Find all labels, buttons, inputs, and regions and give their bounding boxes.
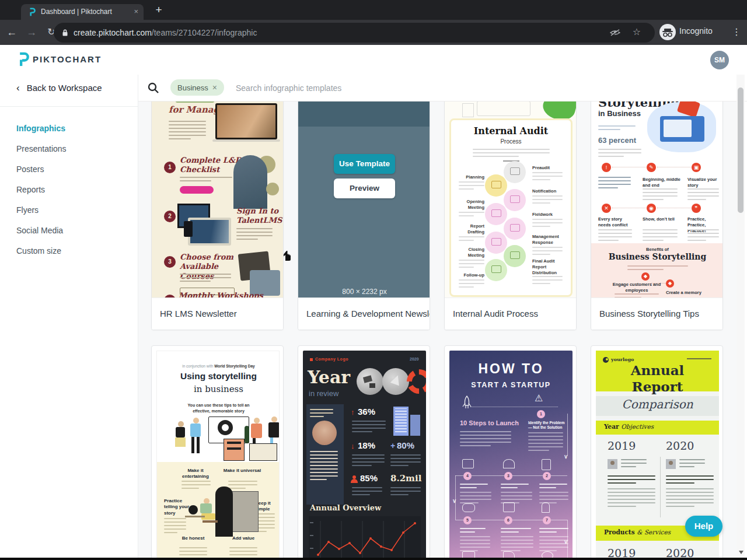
- chevron-down-icon: ∨: [564, 538, 568, 545]
- preview-button[interactable]: Preview: [334, 178, 395, 198]
- plus-icon: +: [390, 441, 395, 450]
- process-label: Follow-up: [453, 272, 484, 278]
- sidebar-item-infographics[interactable]: Infographics: [16, 124, 65, 133]
- thumb-kicker: in conjunction with World Storytelling D…: [157, 364, 280, 368]
- text-lines: [687, 229, 719, 243]
- sidebar-item-reports[interactable]: Reports: [16, 185, 45, 194]
- step-circle: 2: [543, 472, 551, 480]
- building-icon: [410, 415, 420, 436]
- template-card-hr-lms[interactable]: for Managers 1 Complete L&D Checklist 2: [151, 102, 284, 330]
- text-lines: [180, 274, 231, 284]
- piktochart-favicon: [28, 8, 36, 19]
- new-tab-button[interactable]: +: [151, 2, 167, 18]
- sidebar-item-presentations[interactable]: Presentations: [16, 144, 67, 153]
- user-avatar[interactable]: SM: [710, 51, 729, 69]
- dotted-connector: [470, 407, 558, 407]
- back-to-workspace-link[interactable]: ‹Back to Workspace: [16, 82, 102, 94]
- lock-icon: [61, 29, 69, 39]
- template-card-year-in-review[interactable]: Company Logo 2020 Year in review ↑ 36% ↓: [298, 345, 430, 558]
- browser-toolbar: ← → ↻ create.piktochart.com/teams/271042…: [0, 20, 747, 45]
- use-template-button[interactable]: Use Template: [334, 154, 395, 174]
- chip-remove-icon[interactable]: ×: [212, 83, 217, 92]
- sidebar-item-posters[interactable]: Posters: [16, 164, 44, 174]
- process-circle-green: [485, 259, 507, 281]
- thumb-heading2: in Business: [598, 109, 641, 118]
- search-bar: Business ×: [138, 75, 747, 102]
- sidebar-item-social-media[interactable]: Social Media: [16, 226, 63, 235]
- warning-icon: ⚠: [535, 393, 543, 404]
- stat-value: 85%: [360, 473, 378, 483]
- text-lines: [528, 432, 563, 453]
- reading-mode-hidden-icon[interactable]: [609, 29, 621, 39]
- year-label: 2020: [410, 357, 419, 361]
- donut-chart-illustration: [218, 420, 233, 435]
- text-lines: [532, 172, 563, 183]
- template-thumbnail: Internal Audit Process Planning Opening …: [445, 102, 577, 299]
- step-number: 1: [164, 162, 176, 173]
- template-card-using-storytelling[interactable]: in conjunction with World Storytelling D…: [151, 345, 284, 558]
- browser-tab[interactable]: Dashboard | Piktochart ×: [21, 4, 144, 20]
- benefits-heading: Business Storytelling: [591, 252, 723, 261]
- text-lines: [460, 431, 511, 449]
- text-lines: [679, 459, 705, 470]
- laptop-base: [212, 139, 280, 142]
- tab-close-icon[interactable]: ×: [134, 4, 138, 20]
- drawers: [249, 443, 277, 461]
- person-head: [271, 416, 277, 422]
- tip-title: Every story needs conflict: [598, 216, 636, 228]
- piktochart-logo-icon[interactable]: [16, 52, 30, 70]
- stat-value: 8.2mil: [390, 473, 421, 484]
- help-button[interactable]: Help: [685, 516, 722, 537]
- back-icon[interactable]: ←: [5, 24, 19, 40]
- rocket-icon: [461, 395, 473, 412]
- brand-wordmark[interactable]: PIKTOCHART: [33, 54, 102, 64]
- template-card-startup[interactable]: HOW TO START A STARTUP ⚠ 1 10 Steps to L…: [444, 345, 577, 558]
- process-label: Preaudit: [532, 165, 568, 171]
- thumb-subheading: START A STARTUP: [449, 381, 573, 389]
- sidebar-item-flyers[interactable]: Flyers: [16, 205, 39, 215]
- path-connector: [567, 414, 568, 456]
- thumb-subheading: Process: [445, 138, 577, 145]
- template-card-learning-development[interactable]: Use Template Preview 800 × 2232 px Learn…: [298, 102, 430, 330]
- step-number: 2: [164, 211, 176, 222]
- address-bar[interactable]: create.piktochart.com/teams/27104227/inf…: [54, 23, 655, 43]
- scrollbar-thumb[interactable]: [738, 88, 743, 213]
- template-thumbnail: HOW TO START A STARTUP ⚠ 1 10 Steps to L…: [449, 351, 573, 558]
- text-lines: [459, 181, 484, 192]
- person-body: [268, 422, 280, 438]
- process-label: Opening Meeting: [453, 199, 484, 211]
- forward-icon[interactable]: →: [25, 24, 39, 40]
- stat-value: 18%: [358, 440, 375, 450]
- filter-chip-business[interactable]: Business ×: [170, 79, 224, 96]
- incognito-icon: [659, 24, 676, 40]
- thumb-heading2: Report: [596, 379, 719, 394]
- sketch-decor: [462, 103, 474, 117]
- thumb-subtitle: You can use these tips to tell an effect…: [183, 402, 254, 414]
- browser-menu-icon[interactable]: ⋮: [729, 24, 743, 40]
- sidebar-item-custom-size[interactable]: Custom size: [16, 246, 61, 256]
- template-thumbnail: Company Logo 2020 Year in review ↑ 36% ↓: [303, 351, 426, 558]
- text-lines: [310, 409, 333, 419]
- text-lines: [473, 149, 550, 159]
- kicker-bold: World Storytelling Day: [214, 364, 255, 368]
- template-card-storytelling-tips[interactable]: Storytelling in Business 63 percent ! ✎ …: [591, 102, 723, 330]
- tip-title: Show, don't tell: [643, 216, 681, 222]
- pen-icon: ✎: [647, 163, 656, 172]
- section-italic: Objectives: [621, 423, 654, 430]
- section-italic: & Services: [637, 528, 671, 536]
- template-card-internal-audit[interactable]: Internal Audit Process Planning Opening …: [444, 102, 577, 330]
- search-input[interactable]: [235, 78, 564, 98]
- laptop-illustration: [660, 116, 704, 142]
- process-label: Closing Meeting: [453, 247, 484, 258]
- person-body: [176, 427, 185, 438]
- scrollbar-down-arrow[interactable]: [739, 551, 743, 554]
- globe: [189, 505, 198, 514]
- mouse-cursor: [282, 250, 292, 264]
- text-lines: [352, 487, 382, 498]
- bookmark-star-icon[interactable]: ☆: [633, 26, 641, 37]
- thumb-heading: HOW TO: [449, 361, 573, 377]
- app-header: PIKTOCHART SM: [0, 45, 747, 75]
- text-lines: [459, 236, 484, 243]
- text-lines: [310, 451, 338, 482]
- step-title-lines: [460, 528, 486, 535]
